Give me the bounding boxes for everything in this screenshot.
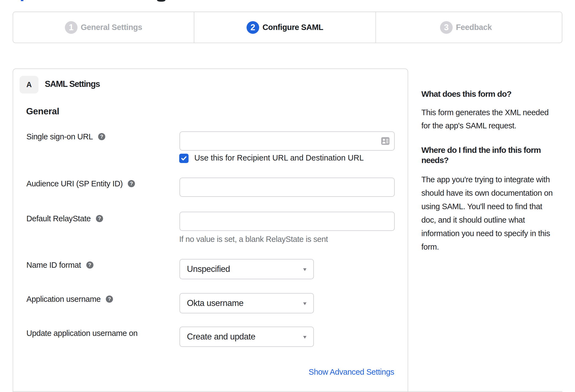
application-username-label-row: Application username ? xyxy=(26,294,113,304)
application-username-select[interactable]: Okta username xyxy=(179,293,314,313)
page-title-clipped-glyph xyxy=(157,0,165,2)
application-username-label: Application username xyxy=(26,294,101,304)
wizard-stepper: 1 General Settings 2 Configure SAML 3 Fe… xyxy=(13,12,562,43)
relay-state-label-row: Default RelayState ? xyxy=(26,214,103,223)
name-id-format-label: Name ID format xyxy=(26,260,81,270)
relay-state-help-icon[interactable]: ? xyxy=(96,215,103,222)
recipient-url-checkbox-label[interactable]: Use this for Recipient URL and Destinati… xyxy=(194,153,364,163)
section-a-badge: A xyxy=(20,76,38,93)
step-number-badge: 2 xyxy=(247,21,259,34)
application-username-value: Okta username xyxy=(187,294,244,313)
name-id-format-label-row: Name ID format ? xyxy=(26,260,93,270)
relay-state-hint: If no value is set, a blank RelayState i… xyxy=(179,234,328,244)
sidebar-answer-2: The app you're trying to integrate with … xyxy=(421,173,574,254)
step-number-badge: 3 xyxy=(440,21,453,34)
sso-url-input[interactable] xyxy=(179,131,395,151)
sso-url-label: Single sign-on URL xyxy=(26,132,93,142)
update-username-label-row: Update application username on xyxy=(26,328,138,338)
name-id-format-select[interactable]: Unspecified xyxy=(179,259,314,279)
stepper-step-general-settings[interactable]: 1 General Settings xyxy=(13,12,194,43)
checkmark-icon xyxy=(180,155,187,162)
sidebar-question-1: What does this form do? xyxy=(421,89,574,99)
dropdown-arrow-icon xyxy=(303,302,306,305)
name-id-format-help-icon[interactable]: ? xyxy=(86,261,93,269)
recipient-url-checkbox[interactable] xyxy=(179,154,189,163)
name-id-format-value: Unspecified xyxy=(187,260,230,279)
step-number-badge: 1 xyxy=(65,21,78,34)
audience-uri-label: Audience URI (SP Entity ID) xyxy=(26,179,123,189)
dropdown-arrow-icon xyxy=(303,336,306,339)
step-label: Configure SAML xyxy=(262,23,323,32)
relay-state-label: Default RelayState xyxy=(26,214,91,223)
panel-title: SAML Settings xyxy=(45,75,100,93)
sidebar-answer-1: This form generates the XML needed for t… xyxy=(421,106,574,132)
show-advanced-settings-link[interactable]: Show Advanced Settings xyxy=(309,367,394,377)
saml-settings-panel: A SAML Settings General Single sign-on U… xyxy=(13,68,408,392)
application-username-help-icon[interactable]: ? xyxy=(106,296,113,303)
sso-url-label-row: Single sign-on URL ? xyxy=(26,132,105,142)
step-label: General Settings xyxy=(81,23,142,32)
audience-uri-help-icon[interactable]: ? xyxy=(128,180,135,187)
sidebar-question-2: Where do I find the info this form needs… xyxy=(421,145,574,165)
footer-divider xyxy=(13,391,562,392)
update-username-label: Update application username on xyxy=(26,328,138,338)
general-section-heading: General xyxy=(26,106,59,117)
stepper-step-feedback[interactable]: 3 Feedback xyxy=(375,12,562,43)
breadcrumb-clipped-fragment xyxy=(21,0,23,1)
step-label: Feedback xyxy=(456,23,492,32)
variable-picker-card-icon[interactable] xyxy=(381,137,389,145)
stepper-step-configure-saml[interactable]: 2 Configure SAML xyxy=(194,12,375,43)
audience-uri-label-row: Audience URI (SP Entity ID) ? xyxy=(26,179,135,189)
audience-uri-input[interactable] xyxy=(179,178,395,197)
update-username-value: Create and update xyxy=(187,327,255,346)
sso-url-help-icon[interactable]: ? xyxy=(98,133,105,140)
relay-state-input[interactable] xyxy=(179,212,395,231)
update-username-select[interactable]: Create and update xyxy=(179,327,314,347)
dropdown-arrow-icon xyxy=(303,268,306,271)
